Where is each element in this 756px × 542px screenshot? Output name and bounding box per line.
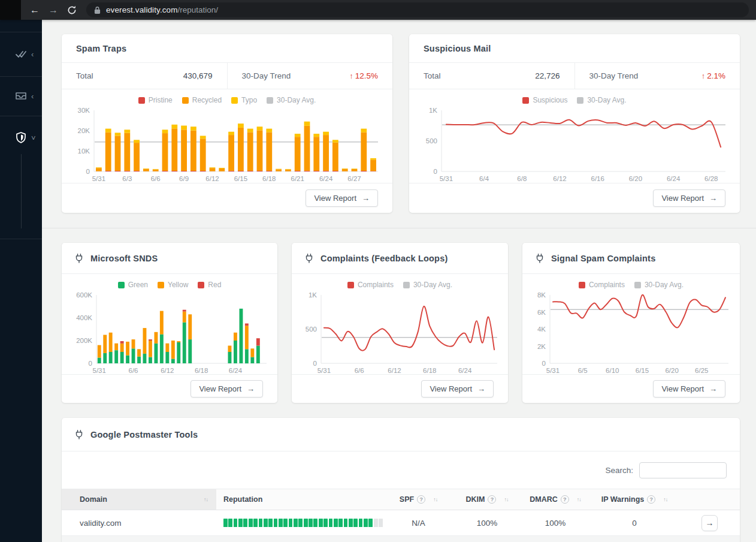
card-title: Signal Spam Complaints: [551, 254, 655, 263]
plug-icon: [74, 253, 84, 264]
chevron-down-icon: ˅: [31, 134, 36, 142]
search-input[interactable]: [639, 462, 727, 478]
help-icon[interactable]: ?: [417, 495, 425, 504]
svg-text:5/31: 5/31: [317, 367, 330, 374]
column-header-dkim[interactable]: DKIM?↑↓: [453, 495, 521, 504]
chart-legend: Suspicious30-Day Avg.: [409, 96, 740, 104]
url-path: /reputation/: [178, 5, 219, 14]
help-icon[interactable]: ?: [488, 495, 496, 504]
legend-chip: [182, 97, 189, 104]
svg-text:6K: 6K: [537, 309, 545, 316]
svg-text:6/8: 6/8: [517, 175, 527, 182]
spam-traps-chart: 010K20K30K5/316/36/66/96/126/156/186/216…: [72, 107, 382, 183]
sort-icon[interactable]: ↑↓: [663, 496, 667, 502]
trend-stat: 30-Day Trend ↑ 2.1%: [574, 63, 740, 89]
browser-reload-button[interactable]: [67, 5, 77, 15]
svg-text:6/12: 6/12: [388, 367, 401, 374]
sort-icon[interactable]: ↑↓: [204, 496, 208, 502]
sidebar-item-inbox[interactable]: ‹: [0, 84, 42, 108]
sort-icon[interactable]: ↑↓: [577, 496, 581, 502]
svg-text:6/25: 6/25: [695, 367, 708, 374]
chart-legend: Complaints30-Day Avg.: [522, 281, 740, 289]
total-stat: Total 430,679: [62, 63, 227, 89]
main-content: Spam Traps Total 430,679 30-Day Trend ↑ …: [42, 20, 756, 542]
svg-text:6/20: 6/20: [629, 175, 642, 182]
legend-item: Red: [198, 281, 221, 289]
chart-legend: GreenYellowRed: [62, 281, 277, 289]
spf-cell: N/A: [384, 519, 453, 528]
svg-text:1K: 1K: [308, 291, 316, 299]
svg-text:6/6: 6/6: [129, 367, 138, 374]
sidebar-item-reputation[interactable]: ˅: [0, 126, 42, 150]
svg-text:6/18: 6/18: [262, 175, 276, 182]
table-body: validity.comN/A100%100%0→: [62, 510, 740, 536]
stat-value: 22,726: [535, 71, 560, 80]
sidebar-divider: [0, 76, 42, 77]
plug-icon: [534, 253, 545, 264]
right-arrow-icon: →: [709, 194, 717, 203]
sidebar-divider: [0, 116, 42, 116]
legend-item: Complaints: [347, 281, 394, 289]
dkim-cell: 100%: [453, 519, 521, 528]
legend-chip: [522, 97, 529, 104]
domain-cell: validity.com: [80, 519, 122, 528]
svg-text:6/12: 6/12: [205, 175, 219, 182]
column-header-ip-warnings[interactable]: IP Warnings?↑↓: [589, 495, 679, 504]
ip-warnings-cell: 0: [589, 519, 679, 528]
browser-forward-button[interactable]: →: [49, 5, 58, 15]
sort-icon[interactable]: ↑↓: [433, 496, 437, 502]
sidebar-item-lists[interactable]: ‹: [0, 42, 42, 66]
legend-chip: [634, 282, 641, 288]
stat-value: 430,679: [183, 71, 213, 80]
view-report-button[interactable]: View Report →: [653, 189, 725, 207]
column-header-dmarc[interactable]: DMARC?↑↓: [521, 495, 589, 504]
svg-text:0: 0: [542, 360, 545, 367]
row-detail-arrow-button[interactable]: →: [701, 515, 718, 531]
complaints-chart: 05001K5/316/66/126/186/24: [300, 291, 501, 375]
total-stat: Total 22,726: [409, 63, 574, 89]
svg-text:500: 500: [426, 137, 437, 144]
column-header-reputation: Reputation: [216, 495, 384, 504]
svg-text:6/27: 6/27: [347, 175, 361, 182]
dmarc-cell: 100%: [521, 519, 589, 528]
column-header-spf[interactable]: SPF?↑↓: [384, 495, 453, 504]
trend-stat: 30-Day Trend ↑ 12.5%: [227, 63, 393, 89]
help-icon[interactable]: ?: [561, 495, 569, 504]
svg-text:20K: 20K: [78, 127, 90, 134]
search-label: Search:: [605, 466, 633, 475]
svg-text:6/24: 6/24: [667, 175, 681, 182]
view-report-button[interactable]: View Report →: [190, 380, 263, 398]
svg-text:6/28: 6/28: [704, 175, 718, 182]
browser-back-button[interactable]: ←: [30, 5, 40, 15]
view-report-button[interactable]: View Report →: [653, 380, 725, 398]
right-arrow-icon: →: [247, 384, 255, 393]
legend-item: Green: [118, 281, 148, 289]
legend-chip: [198, 282, 204, 288]
svg-text:6/12: 6/12: [161, 367, 174, 374]
address-bar[interactable]: everest.validity.com/reputation/: [86, 2, 749, 17]
chart-legend: Complaints30-Day Avg.: [292, 281, 508, 289]
svg-text:6/6: 6/6: [354, 367, 364, 374]
sidebar: ‹ ‹ ˅: [0, 20, 42, 542]
view-report-button[interactable]: View Report →: [306, 189, 378, 207]
legend-item: Recycled: [182, 96, 222, 104]
lock-icon: [94, 6, 101, 14]
table-footer-strip: [62, 536, 740, 542]
sidebar-divider: [0, 32, 42, 32]
svg-text:6/18: 6/18: [195, 367, 208, 374]
svg-text:6/24: 6/24: [229, 367, 243, 374]
view-report-button[interactable]: View Report →: [421, 380, 494, 398]
help-icon[interactable]: ?: [647, 495, 655, 504]
svg-text:600K: 600K: [76, 291, 92, 299]
spam-traps-card: Spam Traps Total 430,679 30-Day Trend ↑ …: [62, 34, 392, 213]
svg-text:6/4: 6/4: [479, 175, 489, 182]
double-check-icon: [14, 47, 28, 61]
snds-chart: 0200K400K600K5/316/66/126/186/24: [69, 291, 270, 375]
sort-icon[interactable]: ↑↓: [504, 496, 508, 502]
svg-text:400K: 400K: [76, 314, 92, 321]
table-header: Domain↑↓ReputationSPF?↑↓DKIM?↑↓DMARC?↑↓I…: [62, 489, 740, 510]
card-title: Microsoft SNDS: [90, 254, 158, 263]
svg-text:6/9: 6/9: [179, 175, 189, 182]
microsoft-snds-card: Microsoft SNDS GreenYellowRed 0200K400K6…: [62, 243, 277, 403]
column-header-domain[interactable]: Domain↑↓: [62, 489, 216, 510]
